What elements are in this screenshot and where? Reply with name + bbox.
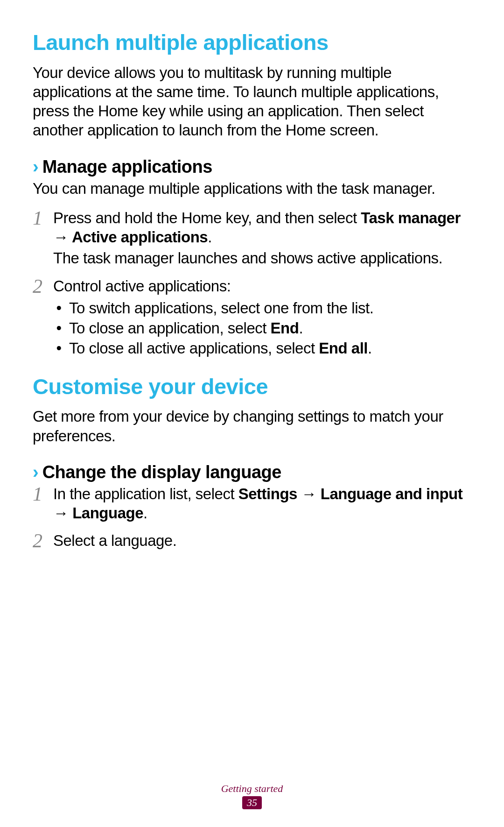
bullet-item: • To close all active applications, sele… (53, 339, 471, 359)
bold-language-and-input: Language and input (321, 485, 462, 502)
section-customise: Customise your device Get more from your… (33, 375, 471, 551)
step-number: 2 (33, 276, 47, 359)
sub-intro-manage-apps: You can manage multiple applications wit… (33, 179, 471, 198)
step-1: 1 Press and hold the Home key, and then … (33, 208, 471, 268)
chevron-right-icon: › (33, 158, 39, 176)
step-text: In the application list, select (53, 485, 238, 502)
page-footer: Getting started 35 (0, 783, 504, 809)
bullet-text: To switch applications, select one from … (69, 298, 373, 318)
bullet-icon: • (53, 298, 64, 318)
arrow-icon: → (53, 228, 72, 246)
step-2: 2 Select a language. (33, 531, 471, 551)
step-2: 2 Control active applications: • To swit… (33, 276, 471, 359)
arrow-icon: → (297, 485, 321, 502)
intro-launch-multiple: Your device allows you to multitask by r… (33, 63, 471, 140)
step-1: 1 In the application list, select Settin… (33, 484, 471, 523)
subheading-manage-apps: › Manage applications (33, 157, 471, 177)
bold-task-manager: Task manager (361, 209, 461, 226)
step-number: 2 (33, 531, 47, 551)
bold-end: End (271, 319, 299, 337)
step-body: Select a language. (53, 531, 471, 551)
bullet-icon: • (53, 318, 64, 339)
heading-customise-device: Customise your device (33, 375, 471, 399)
heading-launch-multiple: Launch multiple applications (33, 30, 471, 55)
bold-end-all: End all (319, 339, 368, 357)
subheading-title: Manage applications (42, 157, 212, 177)
subheading-change-language: › Change the display language (33, 462, 471, 482)
bullet-text: To close an application, select End. (69, 318, 303, 339)
step-number: 1 (33, 484, 47, 523)
page-number-badge: 35 (242, 796, 262, 809)
step-body: Press and hold the Home key, and then se… (53, 208, 471, 268)
bold-active-applications: Active applications (72, 228, 208, 246)
arrow-icon: → (53, 504, 72, 522)
document-page: Launch multiple applications Your device… (0, 0, 504, 551)
period: . (208, 228, 212, 246)
bullet-icon: • (53, 339, 64, 359)
step-body: Control active applications: • To switch… (53, 276, 471, 359)
bullet-item: • To close an application, select End. (53, 318, 471, 339)
step-number: 1 (33, 208, 47, 268)
period: . (143, 504, 147, 522)
bullet-item: • To switch applications, select one fro… (53, 298, 471, 318)
bold-settings: Settings (238, 485, 297, 502)
bullet-list: • To switch applications, select one fro… (53, 298, 471, 359)
step-body: In the application list, select Settings… (53, 484, 471, 523)
subheading-title: Change the display language (42, 462, 281, 482)
chevron-right-icon: › (33, 463, 39, 481)
bullet-text: To close all active applications, select… (69, 339, 372, 359)
step-follow-text: The task manager launches and shows acti… (53, 248, 471, 268)
step-text: Select a language. (53, 532, 176, 549)
step-text: Press and hold the Home key, and then se… (53, 209, 361, 226)
step-text: Control active applications: (53, 277, 231, 295)
footer-section-label: Getting started (0, 783, 504, 795)
bold-language: Language (72, 504, 143, 522)
intro-customise-device: Get more from your device by changing se… (33, 407, 471, 445)
